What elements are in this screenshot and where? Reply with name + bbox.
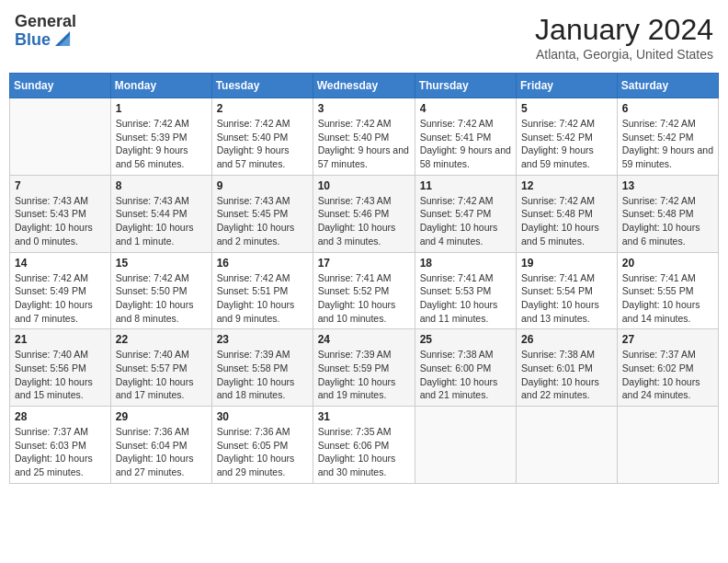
calendar-cell: 26Sunrise: 7:38 AMSunset: 6:01 PMDayligh… <box>517 329 618 407</box>
calendar-cell: 12Sunrise: 7:42 AMSunset: 5:48 PMDayligh… <box>517 175 618 252</box>
day-number: 20 <box>622 257 713 270</box>
calendar-cell: 7Sunrise: 7:43 AMSunset: 5:43 PMDaylight… <box>10 175 111 252</box>
day-number: 22 <box>116 333 207 346</box>
week-row-2: 7Sunrise: 7:43 AMSunset: 5:43 PMDaylight… <box>10 175 719 252</box>
calendar-cell: 2Sunrise: 7:42 AMSunset: 5:40 PMDaylight… <box>211 98 313 176</box>
day-number: 11 <box>420 179 511 192</box>
day-number: 17 <box>318 257 410 270</box>
day-number: 1 <box>116 102 207 115</box>
day-of-week-monday: Monday <box>110 74 211 98</box>
calendar-cell: 4Sunrise: 7:42 AMSunset: 5:41 PMDaylight… <box>415 98 516 176</box>
day-info: Sunrise: 7:42 AMSunset: 5:42 PMDaylight:… <box>521 117 612 171</box>
day-number: 10 <box>318 179 410 192</box>
day-info: Sunrise: 7:43 AMSunset: 5:44 PMDaylight:… <box>116 194 207 248</box>
day-info: Sunrise: 7:37 AMSunset: 6:02 PMDaylight:… <box>622 348 713 402</box>
week-row-1: 1Sunrise: 7:42 AMSunset: 5:39 PMDaylight… <box>10 98 719 176</box>
day-info: Sunrise: 7:42 AMSunset: 5:51 PMDaylight:… <box>217 271 308 326</box>
calendar-cell: 9Sunrise: 7:43 AMSunset: 5:45 PMDaylight… <box>211 175 313 252</box>
day-number: 14 <box>15 257 106 270</box>
calendar-cell <box>415 407 516 484</box>
week-row-5: 28Sunrise: 7:37 AMSunset: 6:03 PMDayligh… <box>10 407 719 484</box>
day-info: Sunrise: 7:42 AMSunset: 5:42 PMDaylight:… <box>622 117 713 171</box>
calendar-cell: 10Sunrise: 7:43 AMSunset: 5:46 PMDayligh… <box>313 175 415 252</box>
day-number: 4 <box>420 102 511 115</box>
page-header: General Blue January 2024 Atlanta, Georg… <box>9 9 719 65</box>
day-info: Sunrise: 7:42 AMSunset: 5:40 PMDaylight:… <box>318 117 410 171</box>
calendar-cell: 28Sunrise: 7:37 AMSunset: 6:03 PMDayligh… <box>10 407 111 484</box>
day-number: 23 <box>217 333 308 346</box>
day-info: Sunrise: 7:41 AMSunset: 5:55 PMDaylight:… <box>622 271 713 326</box>
day-info: Sunrise: 7:38 AMSunset: 6:00 PMDaylight:… <box>420 348 511 402</box>
days-of-week-row: SundayMondayTuesdayWednesdayThursdayFrid… <box>10 74 719 98</box>
week-row-4: 21Sunrise: 7:40 AMSunset: 5:56 PMDayligh… <box>10 329 719 407</box>
day-number: 31 <box>318 410 410 423</box>
day-number: 6 <box>622 102 713 115</box>
day-number: 7 <box>15 179 106 192</box>
day-number: 24 <box>318 333 410 346</box>
day-of-week-sunday: Sunday <box>10 74 111 98</box>
calendar-cell: 3Sunrise: 7:42 AMSunset: 5:40 PMDaylight… <box>313 98 415 176</box>
day-of-week-thursday: Thursday <box>415 74 516 98</box>
calendar-cell: 15Sunrise: 7:42 AMSunset: 5:50 PMDayligh… <box>110 252 211 329</box>
day-info: Sunrise: 7:35 AMSunset: 6:06 PMDaylight:… <box>318 425 410 479</box>
day-info: Sunrise: 7:39 AMSunset: 5:58 PMDaylight:… <box>217 348 308 402</box>
day-info: Sunrise: 7:42 AMSunset: 5:48 PMDaylight:… <box>521 194 612 248</box>
calendar-cell: 21Sunrise: 7:40 AMSunset: 5:56 PMDayligh… <box>10 329 111 407</box>
calendar-cell: 8Sunrise: 7:43 AMSunset: 5:44 PMDaylight… <box>110 175 211 252</box>
calendar-cell: 14Sunrise: 7:42 AMSunset: 5:49 PMDayligh… <box>10 252 111 329</box>
day-info: Sunrise: 7:41 AMSunset: 5:54 PMDaylight:… <box>521 271 612 326</box>
calendar-cell: 23Sunrise: 7:39 AMSunset: 5:58 PMDayligh… <box>211 329 313 407</box>
day-info: Sunrise: 7:39 AMSunset: 5:59 PMDaylight:… <box>318 348 410 402</box>
calendar-cell: 11Sunrise: 7:42 AMSunset: 5:47 PMDayligh… <box>415 175 516 252</box>
calendar-cell: 13Sunrise: 7:42 AMSunset: 5:48 PMDayligh… <box>617 175 718 252</box>
day-number: 25 <box>420 333 511 346</box>
day-number: 28 <box>15 410 106 423</box>
day-info: Sunrise: 7:43 AMSunset: 5:43 PMDaylight:… <box>15 194 106 248</box>
calendar-cell: 31Sunrise: 7:35 AMSunset: 6:06 PMDayligh… <box>313 407 415 484</box>
day-info: Sunrise: 7:40 AMSunset: 5:57 PMDaylight:… <box>116 348 207 402</box>
day-info: Sunrise: 7:43 AMSunset: 5:46 PMDaylight:… <box>318 194 410 248</box>
day-info: Sunrise: 7:36 AMSunset: 6:05 PMDaylight:… <box>217 425 308 479</box>
day-number: 18 <box>420 257 511 270</box>
day-info: Sunrise: 7:40 AMSunset: 5:56 PMDaylight:… <box>15 348 106 402</box>
day-number: 21 <box>15 333 106 346</box>
day-of-week-wednesday: Wednesday <box>313 74 415 98</box>
day-number: 3 <box>318 102 410 115</box>
calendar-cell: 6Sunrise: 7:42 AMSunset: 5:42 PMDaylight… <box>617 98 718 176</box>
calendar-cell <box>517 407 618 484</box>
day-number: 26 <box>521 333 612 346</box>
calendar-cell: 19Sunrise: 7:41 AMSunset: 5:54 PMDayligh… <box>517 252 618 329</box>
day-number: 12 <box>521 179 612 192</box>
calendar-body: 1Sunrise: 7:42 AMSunset: 5:39 PMDaylight… <box>10 98 719 484</box>
day-info: Sunrise: 7:36 AMSunset: 6:04 PMDaylight:… <box>116 425 207 479</box>
day-info: Sunrise: 7:42 AMSunset: 5:47 PMDaylight:… <box>420 194 511 248</box>
calendar-cell: 17Sunrise: 7:41 AMSunset: 5:52 PMDayligh… <box>313 252 415 329</box>
day-info: Sunrise: 7:38 AMSunset: 6:01 PMDaylight:… <box>521 348 612 402</box>
calendar-cell: 22Sunrise: 7:40 AMSunset: 5:57 PMDayligh… <box>110 329 211 407</box>
day-info: Sunrise: 7:41 AMSunset: 5:53 PMDaylight:… <box>420 271 511 326</box>
day-info: Sunrise: 7:42 AMSunset: 5:48 PMDaylight:… <box>622 194 713 248</box>
day-info: Sunrise: 7:43 AMSunset: 5:45 PMDaylight:… <box>217 194 308 248</box>
day-of-week-saturday: Saturday <box>617 74 718 98</box>
calendar-cell: 25Sunrise: 7:38 AMSunset: 6:00 PMDayligh… <box>415 329 516 407</box>
day-info: Sunrise: 7:42 AMSunset: 5:41 PMDaylight:… <box>420 117 511 171</box>
day-number: 19 <box>521 257 612 270</box>
day-info: Sunrise: 7:37 AMSunset: 6:03 PMDaylight:… <box>15 425 106 479</box>
calendar-cell: 1Sunrise: 7:42 AMSunset: 5:39 PMDaylight… <box>110 98 211 176</box>
calendar-cell: 27Sunrise: 7:37 AMSunset: 6:02 PMDayligh… <box>617 329 718 407</box>
calendar-cell: 24Sunrise: 7:39 AMSunset: 5:59 PMDayligh… <box>313 329 415 407</box>
week-row-3: 14Sunrise: 7:42 AMSunset: 5:49 PMDayligh… <box>10 252 719 329</box>
day-info: Sunrise: 7:42 AMSunset: 5:40 PMDaylight:… <box>217 117 308 171</box>
calendar-cell: 16Sunrise: 7:42 AMSunset: 5:51 PMDayligh… <box>211 252 313 329</box>
day-number: 13 <box>622 179 713 192</box>
logo-blue-text: Blue <box>15 31 51 50</box>
calendar-cell: 18Sunrise: 7:41 AMSunset: 5:53 PMDayligh… <box>415 252 516 329</box>
calendar-cell: 30Sunrise: 7:36 AMSunset: 6:05 PMDayligh… <box>211 407 313 484</box>
day-number: 30 <box>217 410 308 423</box>
calendar-cell <box>10 98 111 176</box>
day-of-week-friday: Friday <box>517 74 618 98</box>
day-number: 9 <box>217 179 308 192</box>
calendar-cell: 5Sunrise: 7:42 AMSunset: 5:42 PMDaylight… <box>517 98 618 176</box>
day-number: 16 <box>217 257 308 270</box>
day-info: Sunrise: 7:41 AMSunset: 5:52 PMDaylight:… <box>318 271 410 326</box>
